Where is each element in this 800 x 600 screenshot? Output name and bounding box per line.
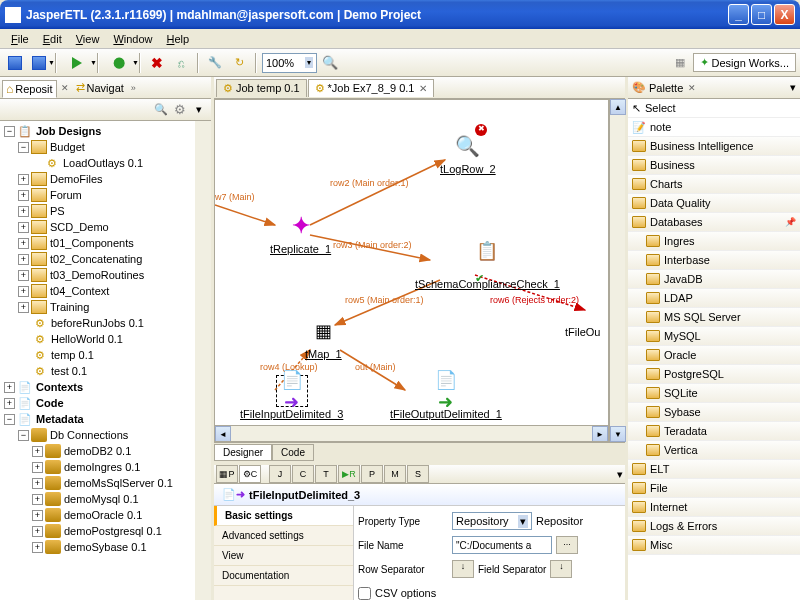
palette-teradata[interactable]: Teradata — [628, 422, 800, 441]
tree-scrollbar[interactable] — [195, 121, 211, 600]
palette-ldap[interactable]: LDAP — [628, 289, 800, 308]
tab-code[interactable]: Code — [272, 444, 314, 461]
zoom-fit[interactable]: 🔍 — [319, 52, 341, 74]
bp-menu[interactable]: ▾ — [617, 468, 623, 481]
palette-misc[interactable]: Misc — [628, 536, 800, 555]
svg-line-0 — [215, 205, 275, 225]
palette-dq[interactable]: Data Quality — [628, 194, 800, 213]
palette-vertica[interactable]: Vertica — [628, 441, 800, 460]
palette-elt[interactable]: ELT — [628, 460, 800, 479]
rowsep-button[interactable]: ↓ — [452, 560, 474, 578]
bp-tab-c[interactable]: ⚙C — [239, 465, 261, 483]
palette-logs[interactable]: Logs & Errors — [628, 517, 800, 536]
palette-db[interactable]: Databases📌 — [628, 213, 800, 232]
palette-sqlite[interactable]: SQLite — [628, 384, 800, 403]
menu-file[interactable]: File — [4, 31, 36, 47]
palette-business[interactable]: Business — [628, 156, 800, 175]
menu-window[interactable]: Window — [106, 31, 159, 47]
side-basic[interactable]: Basic settings — [214, 506, 353, 526]
palette-ingres[interactable]: Ingres — [628, 232, 800, 251]
palette-select[interactable]: ↖Select — [628, 99, 800, 118]
side-doc[interactable]: Documentation — [214, 566, 353, 586]
refresh-button[interactable]: ↻ — [228, 52, 250, 74]
palette-sybase[interactable]: Sybase — [628, 403, 800, 422]
node-treplicate[interactable]: ✦tReplicate_1 — [270, 210, 331, 255]
pin-icon[interactable]: 📌 — [785, 217, 796, 227]
nav-dropdown[interactable]: » — [129, 83, 138, 93]
proptype-combo[interactable]: Repository▾ — [452, 512, 532, 530]
browse-button[interactable]: ... — [556, 536, 578, 554]
expand-icon[interactable]: − — [4, 126, 15, 137]
palette-javadb[interactable]: JavaDB — [628, 270, 800, 289]
bp-tab-p[interactable]: ▦P — [216, 465, 238, 483]
bp-tab-t[interactable]: T — [315, 465, 337, 483]
editor-tab-ex7[interactable]: ⚙*Job Ex7_8_9 0.1✕ — [308, 79, 435, 97]
design-canvas[interactable]: 🔍tLogRow_2 ✖ ✦tReplicate_1 📋✔tSchemaComp… — [214, 99, 609, 442]
bp-tab-p2[interactable]: P — [361, 465, 383, 483]
editor-tab-temp[interactable]: ⚙Job temp 0.1 — [216, 79, 307, 97]
perspective-button[interactable]: ▦ — [669, 52, 691, 74]
zoom-combo[interactable]: 100%▾ — [262, 53, 317, 73]
palette-bi[interactable]: Business Intelligence — [628, 137, 800, 156]
bp-tab-j[interactable]: J — [269, 465, 291, 483]
csv-checkbox[interactable] — [358, 587, 371, 600]
side-view[interactable]: View — [214, 546, 353, 566]
bp-tab-m[interactable]: M — [384, 465, 406, 483]
node-tfileout[interactable]: tFileOu — [565, 325, 600, 338]
close-button[interactable]: X — [774, 4, 795, 25]
run-button[interactable]: ▼ — [62, 52, 92, 74]
tab-repo-close[interactable]: ✕ — [59, 83, 71, 93]
h-scrollbar[interactable]: ◄► — [215, 425, 608, 441]
error-icon: ✖ — [475, 124, 487, 136]
node-tfileoutd[interactable]: 📄➜tFileOutputDelimited_1 — [390, 375, 502, 420]
save-button[interactable] — [4, 52, 26, 74]
menu-help[interactable]: Help — [160, 31, 197, 47]
fieldsep-button[interactable]: ↓ — [550, 560, 572, 578]
window-titlebar: JasperETL (2.3.1.r11699) | mdahlman@jasp… — [0, 0, 800, 29]
maximize-button[interactable]: □ — [751, 4, 772, 25]
tab-designer[interactable]: Designer — [214, 444, 272, 461]
save-dropdown[interactable]: ▼ — [28, 52, 50, 74]
node-tmap[interactable]: ▦tMap_1 — [305, 315, 342, 360]
clear-button[interactable]: ⎌ — [170, 52, 192, 74]
tree-collapse-icon[interactable]: ⚙ — [172, 102, 188, 118]
node-tlogrow[interactable]: 🔍tLogRow_2 — [440, 130, 496, 175]
node-tfilein[interactable]: 📄➜tFileInputDelimited_3 — [240, 375, 343, 420]
component-title: 📄➜tFileInputDelimited_3 — [214, 484, 625, 506]
tab-navigator[interactable]: ⇄Navigat — [73, 80, 127, 95]
project-button[interactable]: ⬤▼ — [104, 52, 134, 74]
bp-tab-run[interactable]: ▶R — [338, 465, 360, 483]
tree-menu-icon[interactable]: ▾ — [191, 102, 207, 118]
bp-tab-s[interactable]: S — [407, 465, 429, 483]
menu-edit[interactable]: Edit — [36, 31, 69, 47]
menu-view[interactable]: View — [69, 31, 107, 47]
palette-oracle[interactable]: Oracle — [628, 346, 800, 365]
tab-repository[interactable]: ⌂Reposit — [2, 80, 57, 98]
palette-internet[interactable]: Internet — [628, 498, 800, 517]
flow-row4: row4 (Lookup) — [260, 362, 318, 372]
v-scrollbar[interactable]: ▲▼ — [609, 99, 625, 442]
flow-row6: row6 (Rejects order:2) — [490, 295, 579, 305]
flow-row3: row3 (Main order:2) — [333, 240, 412, 250]
bp-tab-c2[interactable]: C — [292, 465, 314, 483]
lbl-filename: File Name — [358, 540, 448, 551]
window-title: JasperETL (2.3.1.r11699) | mdahlman@jasp… — [26, 8, 728, 22]
palette-postgres[interactable]: PostgreSQL — [628, 365, 800, 384]
perspective-design[interactable]: ✦Design Works... — [693, 53, 796, 72]
minimize-button[interactable]: _ — [728, 4, 749, 25]
palette-charts[interactable]: Charts — [628, 175, 800, 194]
delete-button[interactable]: ✖ — [146, 52, 168, 74]
palette-note[interactable]: 📝note — [628, 118, 800, 137]
close-icon[interactable]: ✕ — [419, 83, 427, 94]
tree-filter-icon[interactable]: 🔍 — [153, 102, 169, 118]
filename-input[interactable] — [452, 536, 552, 554]
wrench-button[interactable]: 🔧 — [204, 52, 226, 74]
palette-mysql[interactable]: MySQL — [628, 327, 800, 346]
palette-interbase[interactable]: Interbase — [628, 251, 800, 270]
node-tschema[interactable]: 📋✔tSchemaComplianceCheck_1 — [415, 245, 560, 290]
side-advanced[interactable]: Advanced settings — [214, 526, 353, 546]
repository-tree[interactable]: −📋Job Designs −Budget ⚙LoadOutlays 0.1 +… — [0, 121, 195, 600]
palette-mssql[interactable]: MS SQL Server — [628, 308, 800, 327]
main-toolbar: ▼ ▼ ⬤▼ ✖ ⎌ 🔧 ↻ 100%▾ 🔍 ▦ ✦Design Works..… — [0, 49, 800, 77]
palette-file[interactable]: File — [628, 479, 800, 498]
